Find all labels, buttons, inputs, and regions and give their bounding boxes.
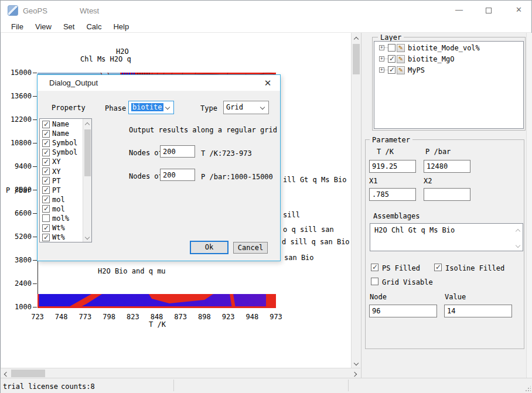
y-nodes-input[interactable] [160, 169, 195, 181]
property-row: mol [40, 204, 82, 214]
vertical-scroll-thumb[interactable] [353, 44, 360, 74]
menu-item-help[interactable]: Help [107, 21, 135, 32]
plot-annotation: ill Gt q Ms Bio [283, 176, 346, 184]
app-logo-icon [8, 5, 18, 16]
assemblages-scroll-down-icon[interactable] [514, 239, 521, 250]
layer-list: +✎biotite_Mode_vol%+✎biotite_MgO+✎MyPS [374, 41, 524, 129]
menu-item-file[interactable]: File [5, 21, 29, 32]
property-checkbox[interactable] [42, 149, 50, 156]
property-checkbox[interactable] [42, 177, 50, 184]
property-checkbox[interactable] [42, 139, 50, 147]
scroll-right-icon[interactable] [350, 370, 359, 378]
assemblages-box[interactable]: H2O Chl Gt q Ms Bio [370, 223, 523, 251]
scroll-up-icon[interactable] [352, 35, 361, 43]
type-dropdown-icon[interactable] [260, 105, 265, 110]
property-name: PT [52, 177, 60, 185]
layer-tree-row[interactable]: +✎MyPS [379, 65, 523, 75]
maximize-button[interactable] [475, 1, 502, 19]
x-tick-label: 873 [170, 313, 191, 321]
edit-layer-icon[interactable]: ✎ [397, 66, 405, 74]
close-button[interactable]: ✕ [506, 1, 532, 19]
document-title: Wtest [80, 6, 99, 15]
y-tick-mark [33, 119, 37, 120]
ok-button[interactable]: Ok [190, 241, 229, 254]
status-bar: trial license counts:8 [1, 378, 532, 393]
x1-value-input[interactable] [369, 188, 416, 201]
property-checkbox[interactable] [42, 168, 50, 175]
x2-value-input[interactable] [424, 188, 470, 201]
property-list-scrollbar[interactable] [83, 119, 91, 242]
horizontal-scrollbar[interactable] [1, 368, 360, 378]
layer-visibility-checkbox[interactable] [388, 55, 395, 63]
x-nodes-input[interactable] [160, 145, 195, 158]
plot-annotation: H2O [116, 47, 129, 56]
property-checkbox[interactable] [42, 196, 50, 203]
y-tick-mark [33, 143, 37, 143]
property-row: mol [40, 195, 82, 204]
parameter-group-title: Parameter [370, 136, 412, 144]
dialog-close-icon[interactable]: ✕ [262, 78, 273, 88]
phase-dropdown-icon[interactable] [165, 105, 170, 110]
edit-layer-icon[interactable]: ✎ [397, 55, 405, 63]
status-separator [348, 380, 349, 391]
property-name: mol% [52, 214, 69, 223]
property-checkbox[interactable] [42, 186, 50, 194]
x-tick-label: 848 [146, 313, 168, 321]
property-checkbox[interactable] [42, 234, 50, 241]
isoline-filled-checkbox[interactable] [434, 264, 442, 271]
minimize-button[interactable]: — [446, 1, 472, 19]
panel-scrollbar[interactable] [526, 33, 532, 378]
menu-item-set[interactable]: Set [57, 21, 81, 32]
property-checkbox[interactable] [42, 214, 50, 222]
plot-annotation: Chl Ms H2O q [80, 55, 131, 63]
layer-tree-row[interactable]: +✎biotite_MgO [379, 54, 523, 64]
property-scroll-thumb[interactable] [84, 129, 91, 176]
property-name: Wt% [52, 233, 65, 241]
property-name: Wt% [52, 224, 65, 232]
property-checkbox[interactable] [42, 130, 50, 138]
property-row: Name [40, 129, 82, 138]
title-bar: GeoPS Wtest — ✕ [1, 1, 531, 21]
y-tick-label: 5200 [2, 233, 32, 241]
edit-layer-icon[interactable]: ✎ [397, 44, 405, 52]
vertical-scrollbar[interactable] [351, 33, 360, 368]
phase-combobox[interactable]: biotite [128, 101, 174, 114]
property-checkbox[interactable] [42, 224, 50, 232]
property-checkbox[interactable] [42, 158, 50, 166]
y-tick-label: 3800 [2, 256, 32, 264]
property-row: XY [40, 157, 82, 166]
cancel-button[interactable]: Cancel [233, 242, 268, 254]
resize-grip-icon[interactable] [525, 386, 531, 392]
expand-icon[interactable]: + [379, 56, 384, 61]
property-scroll-up-icon[interactable] [83, 120, 92, 129]
layer-tree-row[interactable]: +✎biotite_Mode_vol% [379, 43, 523, 53]
scroll-down-icon[interactable] [352, 358, 361, 367]
property-checkbox[interactable] [42, 121, 50, 128]
node-input[interactable] [369, 305, 437, 317]
layer-visibility-checkbox[interactable] [388, 66, 395, 74]
menu-item-view[interactable]: View [29, 21, 57, 32]
expand-icon[interactable]: + [379, 67, 384, 73]
type-combobox[interactable]: Grid [223, 101, 269, 114]
plot-annotation: d sill q san Bio [282, 238, 350, 246]
value-input[interactable] [444, 305, 512, 317]
t-value-input[interactable] [369, 160, 416, 173]
layer-visibility-checkbox[interactable] [388, 44, 395, 52]
grid-visable-checkbox[interactable] [371, 278, 378, 285]
menu-item-calc[interactable]: Calc [80, 21, 107, 32]
property-checkbox[interactable] [42, 205, 50, 213]
property-name: XY [52, 168, 60, 176]
horizontal-scroll-thumb[interactable] [11, 370, 45, 377]
scroll-left-icon[interactable] [2, 370, 11, 378]
property-scroll-down-icon[interactable] [83, 233, 92, 241]
assemblages-scroll-up-icon[interactable] [514, 225, 521, 235]
x-tick-label: 723 [27, 313, 48, 321]
p-value-input[interactable] [424, 160, 470, 173]
x-tick-label: 748 [51, 313, 72, 321]
dialog-title-bar: Dialog_Output ✕ [37, 75, 280, 91]
ps-filled-checkbox[interactable] [371, 264, 378, 271]
menu-bar: FileViewSetCalcHelp [1, 21, 531, 33]
y-tick-label: 13600 [2, 92, 32, 100]
expand-icon[interactable]: + [379, 45, 384, 50]
y-tick-mark [33, 190, 37, 190]
